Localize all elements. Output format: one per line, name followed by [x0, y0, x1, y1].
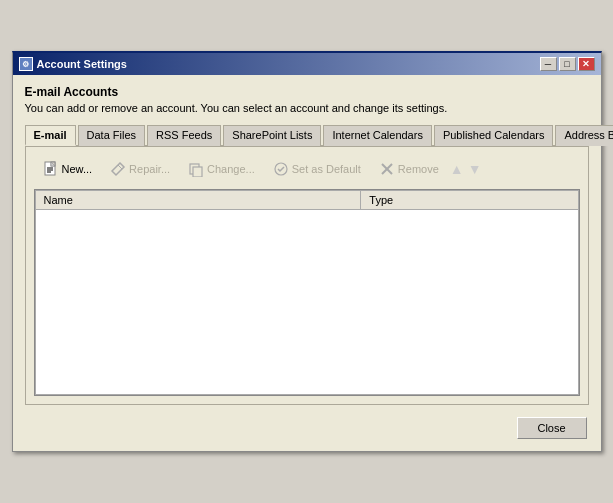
maximize-button[interactable]: □	[559, 57, 576, 71]
close-window-button[interactable]: ✕	[578, 57, 595, 71]
tab-sharepoint[interactable]: SharePoint Lists	[223, 125, 321, 146]
tab-email[interactable]: E-mail	[25, 125, 76, 146]
move-up-button[interactable]: ▲	[450, 161, 464, 177]
window-icon: ⚙	[19, 57, 33, 71]
title-bar-text: ⚙ Account Settings	[19, 57, 127, 71]
remove-icon	[379, 161, 395, 177]
repair-icon	[110, 161, 126, 177]
close-button[interactable]: Close	[517, 417, 587, 439]
order-arrows: ▲ ▼	[450, 161, 482, 177]
section-description: You can add or remove an account. You ca…	[25, 102, 589, 114]
set-default-icon	[273, 161, 289, 177]
remove-button[interactable]: Remove	[372, 158, 446, 180]
section-title: E-mail Accounts	[25, 85, 589, 99]
change-icon	[188, 161, 204, 177]
tab-bar: E-mail Data Files RSS Feeds SharePoint L…	[25, 124, 589, 147]
new-icon	[43, 161, 59, 177]
tab-data-files[interactable]: Data Files	[78, 125, 146, 146]
change-label: Change...	[207, 163, 255, 175]
title-bar-controls: ─ □ ✕	[540, 57, 595, 71]
bottom-bar: Close	[25, 417, 589, 439]
window-body: E-mail Accounts You can add or remove an…	[13, 75, 601, 451]
tab-internet-calendars[interactable]: Internet Calendars	[323, 125, 432, 146]
account-settings-window: ⚙ Account Settings ─ □ ✕ E-mail Accounts…	[12, 51, 602, 452]
tab-address-books[interactable]: Address Books	[555, 125, 613, 146]
col-name-header: Name	[35, 191, 361, 210]
tab-published-calendars[interactable]: Published Calendars	[434, 125, 554, 146]
minimize-button[interactable]: ─	[540, 57, 557, 71]
col-type-header: Type	[361, 191, 578, 210]
tab-content: New... Repair...	[25, 147, 589, 405]
tab-rss-feeds[interactable]: RSS Feeds	[147, 125, 221, 146]
accounts-table-container: Name Type	[34, 189, 580, 396]
new-button[interactable]: New...	[36, 158, 100, 180]
window-title: Account Settings	[37, 58, 127, 70]
empty-table-body	[35, 210, 578, 395]
new-label: New...	[62, 163, 93, 175]
move-down-button[interactable]: ▼	[468, 161, 482, 177]
toolbar: New... Repair...	[34, 155, 580, 183]
set-default-label: Set as Default	[292, 163, 361, 175]
change-button[interactable]: Change...	[181, 158, 262, 180]
repair-button[interactable]: Repair...	[103, 158, 177, 180]
svg-line-6	[118, 165, 122, 169]
set-default-button[interactable]: Set as Default	[266, 158, 368, 180]
accounts-table: Name Type	[35, 190, 579, 395]
remove-label: Remove	[398, 163, 439, 175]
repair-label: Repair...	[129, 163, 170, 175]
title-bar: ⚙ Account Settings ─ □ ✕	[13, 53, 601, 75]
svg-rect-8	[193, 167, 202, 177]
